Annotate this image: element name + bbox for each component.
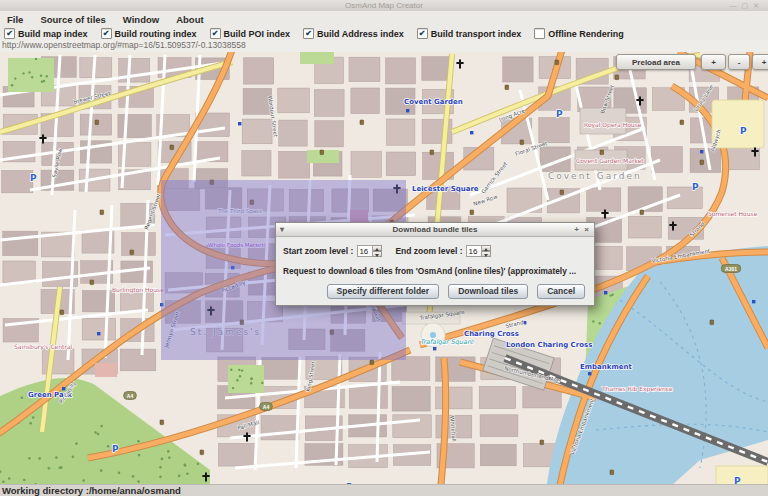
download-tiles-button[interactable]: Download tiles: [448, 284, 528, 299]
tree-icon: [2, 480, 5, 483]
preload-area-button[interactable]: Preload area: [616, 54, 696, 70]
pub-icon: [615, 75, 619, 80]
menu-file[interactable]: File: [7, 14, 23, 25]
checked-checkbox-icon[interactable]: ✔: [210, 28, 221, 39]
tree-icon: [82, 479, 85, 482]
start-zoom-label: Start zoom level :: [283, 246, 353, 256]
building: [386, 58, 416, 84]
tree-icon: [592, 320, 594, 322]
building: [82, 291, 114, 312]
unchecked-checkbox-icon[interactable]: [534, 28, 545, 39]
building: [629, 216, 662, 238]
checked-checkbox-icon[interactable]: ✔: [303, 28, 314, 39]
pub-icon: [370, 360, 374, 365]
road-badge: A4: [260, 403, 273, 411]
building: [120, 290, 153, 312]
minimize-icon[interactable]: —: [730, 2, 742, 9]
zoom-out-button[interactable]: -: [728, 54, 750, 70]
building: [244, 58, 274, 84]
cancel-button[interactable]: Cancel: [537, 284, 585, 299]
building: [278, 88, 310, 113]
tree-icon: [159, 476, 162, 479]
building: [218, 443, 255, 466]
menu-about[interactable]: About: [176, 14, 203, 25]
tree-icon: [8, 477, 11, 480]
app-window: OsmAnd Map Creator —▢✕ FileSource of til…: [0, 0, 768, 496]
tree-icon: [94, 431, 97, 434]
tree-icon: [35, 58, 37, 60]
checkbox-label: Build routing index: [115, 29, 197, 39]
tree-icon: [14, 77, 16, 79]
building: [120, 349, 155, 371]
map-label: Leicester Square: [412, 185, 479, 193]
checkbox-offline-rendering[interactable]: Offline Rendering: [534, 28, 624, 39]
tree-icon: [137, 480, 140, 483]
pub-icon: [560, 190, 564, 195]
window-controls[interactable]: —▢✕: [730, 0, 765, 11]
building: [315, 121, 344, 147]
start-zoom-input[interactable]: [357, 245, 373, 257]
checked-checkbox-icon[interactable]: ✔: [101, 28, 112, 39]
metro-entrance-icon: [752, 300, 755, 303]
tree-icon: [100, 425, 103, 428]
dialog-collapse-icon[interactable]: ▾: [280, 223, 284, 236]
specify-different-folder-button[interactable]: Specify different folder: [327, 284, 440, 299]
parking-icon: P: [30, 173, 37, 183]
start-zoom-spinner[interactable]: [357, 245, 382, 257]
tree-icon: [32, 416, 35, 419]
parking-icon: P: [556, 109, 563, 119]
map-panel[interactable]: Covent GardenLeicester SquareGreen ParkC…: [0, 52, 768, 484]
checkbox-label: Build map index: [18, 29, 88, 39]
building: [436, 387, 473, 409]
map-label: Burlington House: [112, 286, 164, 294]
dialog-maximize-icon[interactable]: +: [574, 223, 579, 236]
close-icon[interactable]: ✕: [753, 2, 764, 9]
checked-checkbox-icon[interactable]: ✔: [417, 28, 428, 39]
tree-icon: [261, 382, 263, 384]
building: [262, 357, 301, 379]
spinner-down-icon[interactable]: [482, 251, 491, 257]
pub-icon: [505, 85, 509, 90]
end-zoom-input[interactable]: [466, 245, 482, 257]
dialog-close-icon[interactable]: ×: [584, 223, 589, 236]
checkbox-build-address-index[interactable]: ✔Build Address index: [303, 28, 404, 39]
checkbox-build-routing-index[interactable]: ✔Build routing index: [101, 28, 197, 39]
checkbox-label: Build Address index: [317, 29, 404, 39]
end-zoom-spinner[interactable]: [466, 245, 491, 257]
dialog-title: Download bundle tiles: [393, 225, 478, 234]
pub-icon: [430, 150, 434, 155]
tree-icon: [241, 369, 243, 371]
tree-icon: [46, 75, 48, 77]
pub-icon: [700, 160, 704, 165]
checkbox-build-transport-index[interactable]: ✔Build transport index: [417, 28, 522, 39]
menu-source-of-tiles[interactable]: Source of tiles: [40, 14, 105, 25]
tree-icon: [137, 440, 140, 443]
building: [279, 120, 307, 146]
parking-icon: P: [734, 476, 741, 484]
building: [651, 147, 682, 173]
checkbox-build-map-index[interactable]: ✔Build map index: [4, 28, 88, 39]
checkbox-build-poi-index[interactable]: ✔Build POI index: [210, 28, 291, 39]
svg-text:A4: A4: [263, 404, 270, 410]
building: [386, 152, 416, 176]
map-label: Covent Garden: [548, 171, 642, 181]
zoom-in-button[interactable]: +: [701, 54, 726, 70]
building: [279, 151, 310, 178]
building: [82, 318, 116, 340]
tree-icon: [230, 369, 232, 371]
checked-checkbox-icon[interactable]: ✔: [4, 28, 15, 39]
tree-icon: [22, 72, 24, 74]
tree-icon: [250, 377, 252, 379]
tree-icon: [38, 457, 41, 460]
map-label: Covent Garden: [404, 98, 463, 106]
map-label: Thames Rib Experience: [601, 385, 673, 393]
building: [314, 90, 344, 117]
maximize-icon[interactable]: ▢: [742, 2, 754, 9]
spinner-down-icon[interactable]: [373, 251, 382, 257]
zoom-extra-button[interactable]: +: [752, 54, 768, 70]
building: [3, 261, 35, 283]
menu-window[interactable]: Window: [123, 14, 159, 25]
map-label: Royal Opera House: [584, 121, 642, 129]
metro-entrance-icon: [433, 347, 436, 350]
tree-icon: [31, 76, 33, 78]
